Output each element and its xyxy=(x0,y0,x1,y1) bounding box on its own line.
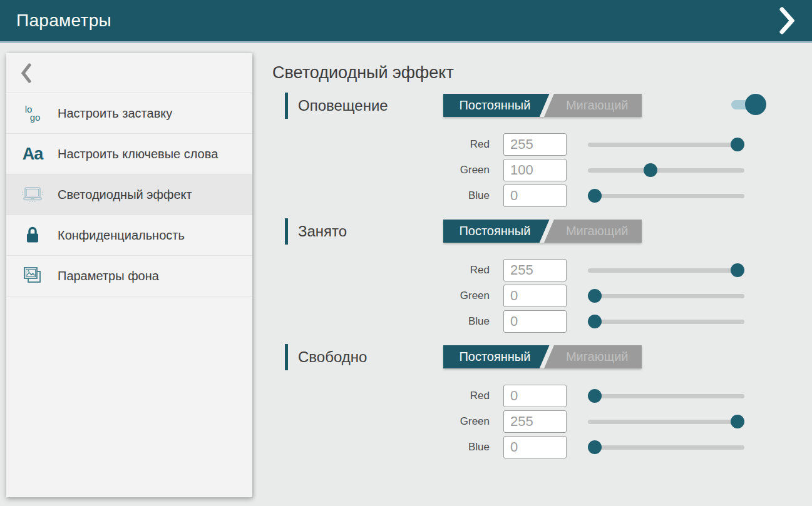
green-row: Green xyxy=(443,409,812,434)
slider-thumb[interactable] xyxy=(588,440,602,454)
red-input[interactable] xyxy=(503,259,567,281)
red-input[interactable] xyxy=(503,133,567,156)
slider-thumb[interactable] xyxy=(731,138,744,151)
sidebar-item-background[interactable]: Параметры фона xyxy=(6,256,252,296)
segment-blinking-button[interactable]: Мигающий xyxy=(552,94,642,117)
slider-thumb[interactable] xyxy=(588,315,602,328)
sidebar-collapse-button[interactable] xyxy=(6,53,252,93)
notification-enable-toggle[interactable] xyxy=(731,93,768,116)
background-images-icon xyxy=(19,266,46,286)
slider-thumb[interactable] xyxy=(731,415,744,428)
back-chevron-icon xyxy=(21,63,31,83)
section-title: Оповещение xyxy=(298,97,388,114)
green-label: Green xyxy=(443,164,490,176)
segment-blinking-button[interactable]: Мигающий xyxy=(552,220,642,243)
sidebar-item-privacy[interactable]: Конфиденциальность xyxy=(6,215,252,256)
slider-thumb[interactable] xyxy=(731,263,744,277)
section-title: Занято xyxy=(298,223,347,240)
blue-label: Blue xyxy=(443,315,490,328)
red-slider[interactable] xyxy=(588,388,744,403)
sidebar-item-screensaver[interactable]: lo go Настроить заставку xyxy=(6,93,252,134)
toggle-knob xyxy=(745,94,766,115)
sidebar-item-label: Настроить ключевые слова xyxy=(58,146,218,162)
slider-thumb[interactable] xyxy=(588,189,602,203)
forward-chevron-icon[interactable] xyxy=(779,6,796,35)
segment-constant-button[interactable]: Постоянный xyxy=(443,94,547,117)
blue-row: Blue xyxy=(443,309,812,334)
led-section-notification: Оповещение Постоянный Мигающий Red xyxy=(272,92,812,208)
section-accent-bar xyxy=(285,344,288,370)
green-input[interactable] xyxy=(503,410,567,433)
red-label: Red xyxy=(443,390,490,402)
blue-row: Blue xyxy=(443,183,812,208)
sidebar-item-label: Светодиодный эффект xyxy=(58,186,192,203)
segment-blinking-button[interactable]: Мигающий xyxy=(552,345,642,368)
content-title: Светодиодный эффект xyxy=(272,63,812,83)
mode-segmented-control: Постоянный Мигающий xyxy=(443,345,642,368)
section-accent-bar xyxy=(285,93,288,119)
segment-constant-button[interactable]: Постоянный xyxy=(443,345,547,368)
blue-label: Blue xyxy=(443,190,490,202)
red-row: Red xyxy=(443,383,812,408)
green-label: Green xyxy=(443,415,490,428)
sidebar-item-label: Конфиденциальность xyxy=(58,227,185,243)
red-label: Red xyxy=(443,264,490,276)
section-accent-bar xyxy=(285,218,288,245)
slider-thumb[interactable] xyxy=(588,289,602,303)
blue-label: Blue xyxy=(443,441,490,453)
green-label: Green xyxy=(443,290,490,302)
sidebar: lo go Настроить заставку Aa Настроить кл… xyxy=(6,53,252,497)
main-content: Светодиодный эффект Оповещение Постоянны… xyxy=(252,45,812,506)
mode-segmented-control: Постоянный Мигающий xyxy=(443,94,642,117)
blue-input[interactable] xyxy=(503,436,567,458)
green-row: Green xyxy=(443,283,812,308)
lock-icon xyxy=(19,226,46,245)
red-row: Red xyxy=(443,258,812,283)
keywords-icon: Aa xyxy=(19,144,46,164)
slider-thumb[interactable] xyxy=(644,163,657,177)
green-row: Green xyxy=(443,158,812,183)
monitor-icon xyxy=(19,185,46,205)
logo-icon: lo go xyxy=(19,105,46,121)
green-slider[interactable] xyxy=(588,163,744,178)
red-slider[interactable] xyxy=(588,263,744,278)
section-title: Свободно xyxy=(298,348,367,366)
mode-segmented-control: Постоянный Мигающий xyxy=(443,220,642,243)
sidebar-item-label: Параметры фона xyxy=(58,268,159,284)
red-row: Red xyxy=(443,132,812,157)
sidebar-item-label: Настроить заставку xyxy=(58,105,172,121)
green-input[interactable] xyxy=(503,285,567,307)
blue-input[interactable] xyxy=(503,310,567,333)
segment-constant-button[interactable]: Постоянный xyxy=(443,220,547,243)
blue-slider[interactable] xyxy=(588,314,744,329)
slider-thumb[interactable] xyxy=(588,389,602,403)
red-label: Red xyxy=(443,138,490,151)
sidebar-item-keywords[interactable]: Aa Настроить ключевые слова xyxy=(6,134,252,175)
green-input[interactable] xyxy=(503,159,567,181)
blue-slider[interactable] xyxy=(588,440,744,455)
led-section-free: Свободно Постоянный Мигающий Red Green xyxy=(272,343,812,460)
app-header: Параметры xyxy=(0,0,812,43)
red-input[interactable] xyxy=(503,385,567,407)
led-section-busy: Занято Постоянный Мигающий Red Green xyxy=(272,218,812,334)
blue-row: Blue xyxy=(443,435,812,460)
page-title: Параметры xyxy=(16,11,111,31)
blue-slider[interactable] xyxy=(588,188,744,203)
blue-input[interactable] xyxy=(503,185,567,207)
green-slider[interactable] xyxy=(588,414,744,429)
red-slider[interactable] xyxy=(588,137,744,152)
sidebar-item-led-effect[interactable]: Светодиодный эффект xyxy=(6,175,252,215)
green-slider[interactable] xyxy=(588,288,744,303)
